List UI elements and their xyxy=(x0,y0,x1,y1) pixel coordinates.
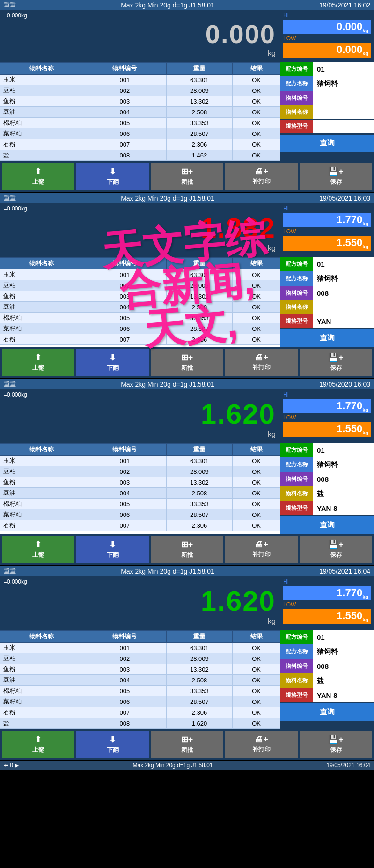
query-button[interactable]: 查询 xyxy=(280,703,374,721)
down-button-label: 下翻 xyxy=(107,551,119,559)
save-button[interactable]: 💾+保存 xyxy=(300,536,372,563)
table-cell: OK xyxy=(233,466,280,477)
table-cell: 鱼粉 xyxy=(0,291,83,302)
recipe-name-value: 猪饲料 xyxy=(313,644,374,659)
table-row: 石粉0072.306OK xyxy=(0,334,280,345)
down-button-icon: ⬇ xyxy=(109,539,116,550)
recipe-code-row: 配方编号 01 xyxy=(280,630,374,644)
lo-value: 1.550kg xyxy=(283,422,371,436)
up-button[interactable]: ⬆上翻 xyxy=(2,349,74,376)
table-cell: OK xyxy=(233,313,280,323)
query-button[interactable]: 查询 xyxy=(280,516,374,534)
table-cell: 28.009 xyxy=(166,653,233,664)
table-cell: 001 xyxy=(83,269,166,280)
header-datetime: 19/05/2021 16:02 xyxy=(319,1,370,9)
save-button[interactable]: 💾+保存 xyxy=(300,731,372,758)
material-name-label: 物料名称 xyxy=(280,300,313,314)
up-button[interactable]: ⬆上翻 xyxy=(2,731,74,758)
table-cell: 006 xyxy=(83,509,166,520)
table-header: 重量 xyxy=(166,444,233,456)
table-row: 鱼粉00313.302OK xyxy=(0,291,280,302)
down-button[interactable]: ⬇下翻 xyxy=(76,731,149,758)
down-button[interactable]: ⬇下翻 xyxy=(76,163,149,190)
table-cell: 007 xyxy=(83,139,166,150)
new-batch-button-label: 新批 xyxy=(181,364,193,372)
material-name-row: 物料名称 盐 xyxy=(280,673,374,688)
table-cell: 33.353 xyxy=(166,118,233,128)
weight-display-area: =0.000kg 0.000 kg HI 0.000kg LOW 0.000kg xyxy=(0,10,374,62)
new-batch-button-icon: ⊞+ xyxy=(181,352,193,363)
table-row: 棉籽粕00533.353OK xyxy=(0,118,280,128)
recipe-name-label: 配方名称 xyxy=(280,644,313,659)
table-cell: 006 xyxy=(83,128,166,139)
table-cell: 005 xyxy=(83,118,166,128)
save-button[interactable]: 💾+保存 xyxy=(300,163,372,190)
up-button[interactable]: ⬆上翻 xyxy=(2,536,74,563)
reprint-button[interactable]: 🖨+补打印 xyxy=(225,731,298,758)
table-header: 物料编号 xyxy=(83,63,166,75)
reprint-button-icon: 🖨+ xyxy=(255,166,268,176)
button-bar: ⬆上翻⬇下翻⊞+新批🖨+补打印💾+保存 xyxy=(0,729,374,760)
lo-label: LOW xyxy=(283,601,371,608)
weight-right: HI 1.770kg LOW 1.550kg xyxy=(280,576,374,630)
table-cell: OK xyxy=(233,488,280,499)
data-table: 物料名称物料编号重量结果玉米00163.301OK豆粕00228.009OK鱼粉… xyxy=(0,257,280,347)
recipe-name-row: 配方名称 猪饲料 xyxy=(280,271,374,286)
table-cell: 玉米 xyxy=(0,643,83,653)
header-datetime: 19/05/2020 16:03 xyxy=(319,381,370,388)
material-name-label: 物料名称 xyxy=(280,105,313,119)
table-cell: 004 xyxy=(83,107,166,118)
table-header: 结果 xyxy=(233,631,280,643)
hi-value: 1.770kg xyxy=(283,213,371,227)
material-name-label: 物料名称 xyxy=(280,486,313,501)
down-button[interactable]: ⬇下翻 xyxy=(76,536,149,563)
table-row: 盐0081.462OK xyxy=(0,150,280,161)
table-header: 重量 xyxy=(166,631,233,643)
button-bar: ⬆上翻⬇下翻⊞+新批🖨+补打印💾+保存 xyxy=(0,161,374,192)
table-cell: 鱼粉 xyxy=(0,96,83,107)
reprint-button[interactable]: 🖨+补打印 xyxy=(225,349,298,376)
up-button-icon: ⬆ xyxy=(35,539,42,550)
table-row: 棉籽粕00533.353OK xyxy=(0,499,280,509)
table-cell: 28.507 xyxy=(166,128,233,139)
hi-value: 1.770kg xyxy=(283,399,371,413)
weight-value: 1.620 xyxy=(201,398,276,430)
table-cell: 2.306 xyxy=(166,334,233,345)
bottom-spec: Max 2kg Min 20g d=1g J1.58.01 xyxy=(132,762,213,769)
up-button[interactable]: ⬆上翻 xyxy=(2,163,74,190)
weight-display-area: =0.000kg 1.882 kg HI 1.770kg LOW 1.550kg xyxy=(0,203,374,257)
new-batch-button[interactable]: ⊞+新批 xyxy=(151,731,223,758)
table-header: 物料编号 xyxy=(83,631,166,643)
table-row: 豆粕00228.009OK xyxy=(0,466,280,477)
spec-row: 规格型号 xyxy=(280,120,374,133)
table-row: 石粉0072.306OK xyxy=(0,139,280,150)
new-batch-button[interactable]: ⊞+新批 xyxy=(151,536,223,563)
new-batch-button[interactable]: ⊞+新批 xyxy=(151,349,223,376)
query-button[interactable]: 查询 xyxy=(280,135,374,152)
table-cell: 007 xyxy=(83,520,166,531)
material-code-label: 物料编号 xyxy=(280,659,313,673)
reprint-button[interactable]: 🖨+补打印 xyxy=(225,163,298,190)
table-cell: 002 xyxy=(83,653,166,664)
material-name-label: 物料名称 xyxy=(280,673,313,688)
table-area: 物料名称物料编号重量结果玉米00163.301OK豆粕00228.009OK鱼粉… xyxy=(0,62,374,161)
table-cell: 003 xyxy=(83,477,166,488)
table-header: 物料编号 xyxy=(83,444,166,456)
query-button[interactable]: 查询 xyxy=(280,329,374,347)
info-panel: 配方编号 01 配方名称 猪饲料 物料编号 008 物料名称 盐 规格型号 YA… xyxy=(280,630,374,729)
down-button-label: 下翻 xyxy=(107,178,119,186)
table-cell: 豆油 xyxy=(0,488,83,499)
table-cell: 33.353 xyxy=(166,686,233,696)
table-cell: 鱼粉 xyxy=(0,477,83,488)
reprint-button[interactable]: 🖨+补打印 xyxy=(225,536,298,563)
header-bar: 重重 Max 2kg Min 20g d=1g J1.58.01 19/05/2… xyxy=(0,379,374,389)
table-row: 豆油0042.508OK xyxy=(0,107,280,118)
table-cell: OK xyxy=(233,291,280,302)
spec-value: YAN-8 xyxy=(313,501,374,515)
down-button[interactable]: ⬇下翻 xyxy=(76,349,149,376)
new-batch-button[interactable]: ⊞+新批 xyxy=(151,163,223,190)
lo-label: LOW xyxy=(283,414,371,421)
screen-panel-1: 重重 Max 2kg Min 20g d=1g J1.58.01 19/05/2… xyxy=(0,0,374,193)
data-table: 物料名称物料编号重量结果玉米00163.301OK豆粕00228.009OK鱼粉… xyxy=(0,443,280,534)
save-button[interactable]: 💾+保存 xyxy=(300,349,372,376)
